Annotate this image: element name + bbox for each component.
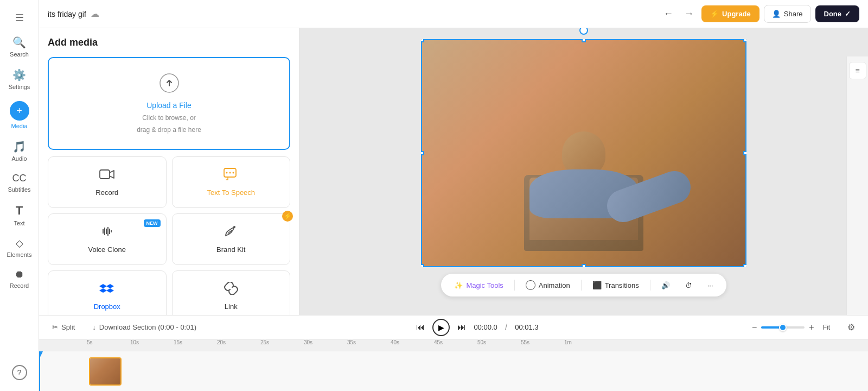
undo-button[interactable]: ← bbox=[660, 5, 676, 23]
sidebar-item-search[interactable]: 🔍 Search bbox=[2, 31, 37, 62]
option-text-to-speech-label: Text To Speech bbox=[207, 188, 255, 197]
animation-button[interactable]: Animation bbox=[519, 277, 577, 293]
upload-icon bbox=[159, 73, 179, 97]
link-icon bbox=[224, 282, 239, 298]
magic-tools-label: Magic Tools bbox=[466, 281, 503, 289]
zoom-fit-button[interactable]: Fit bbox=[819, 324, 834, 331]
done-label: Done bbox=[824, 10, 842, 18]
ruler-mark-10s: 10s bbox=[130, 339, 139, 345]
audio-icon: 🎵 bbox=[12, 140, 26, 153]
playhead[interactable] bbox=[39, 351, 40, 391]
option-dropbox[interactable]: Dropbox bbox=[48, 270, 167, 315]
voice-clone-icon bbox=[99, 225, 114, 241]
sidebar-item-help[interactable]: ? bbox=[2, 361, 37, 384]
timeline-ruler: 5s 10s 15s 20s 25s 30s 35s 40s 45s 50s 5… bbox=[39, 339, 868, 351]
timecode-divider: / bbox=[505, 323, 507, 332]
sidebar: ☰ 🔍 Search ⚙️ Settings + Media 🎵 Audio C… bbox=[0, 0, 39, 391]
sidebar-item-audio-label: Audio bbox=[11, 155, 27, 162]
search-icon: 🔍 bbox=[12, 36, 26, 49]
speed-icon: ⏱ bbox=[685, 281, 692, 289]
sidebar-item-subtitles[interactable]: CC Subtitles bbox=[2, 168, 37, 197]
download-icon: ↓ bbox=[92, 323, 96, 331]
ruler-mark-35s: 35s bbox=[347, 339, 356, 345]
sidebar-item-record[interactable]: ⏺ Record bbox=[2, 264, 37, 293]
zoom-slider[interactable] bbox=[761, 326, 805, 329]
zoom-out-button[interactable]: − bbox=[752, 323, 757, 332]
share-person-icon: 👤 bbox=[772, 10, 781, 18]
lightning-badge: ⚡ bbox=[282, 211, 293, 222]
record-icon: ⏺ bbox=[15, 269, 24, 280]
cloud-save-icon: ☁ bbox=[91, 9, 99, 19]
current-timecode: 00:00.0 bbox=[474, 323, 497, 331]
total-timecode: 00:01.3 bbox=[515, 323, 538, 331]
track-clip-1[interactable]: 🎬 bbox=[89, 357, 122, 386]
timeline-controls: ✂ Split ↓ Download Section (0:00 - 0:01)… bbox=[39, 316, 868, 339]
play-button[interactable]: ▶ bbox=[432, 319, 450, 336]
ruler-mark-15s: 15s bbox=[174, 339, 182, 345]
record-camera-icon bbox=[99, 168, 114, 184]
volume-icon: 🔊 bbox=[661, 281, 670, 289]
toolbar-divider-2 bbox=[581, 280, 582, 291]
skip-forward-button[interactable]: ⏭ bbox=[455, 320, 468, 335]
panel-title: Add media bbox=[48, 37, 290, 48]
redo-button[interactable]: → bbox=[681, 5, 697, 23]
download-section-button[interactable]: ↓ Download Section (0:00 - 0:01) bbox=[88, 321, 201, 333]
timeline-settings-button[interactable]: ⚙ bbox=[843, 320, 859, 335]
volume-button[interactable]: 🔊 bbox=[655, 278, 676, 293]
svg-rect-1 bbox=[100, 170, 110, 179]
download-section-label: Download Section (0:00 - 0:01) bbox=[99, 323, 196, 331]
sidebar-item-subtitles-label: Subtitles bbox=[8, 186, 30, 193]
menu-icon[interactable]: ☰ bbox=[10, 7, 29, 29]
track-clip-thumbnail bbox=[90, 358, 120, 384]
ruler-mark-50s: 50s bbox=[477, 339, 486, 345]
svg-point-5 bbox=[232, 172, 234, 174]
zoom-slider-thumb[interactable] bbox=[779, 324, 787, 331]
ruler-mark-20s: 20s bbox=[217, 339, 226, 345]
animation-label: Animation bbox=[539, 281, 570, 289]
right-panel-button[interactable]: ≡ bbox=[849, 62, 866, 79]
share-button[interactable]: 👤 Share bbox=[764, 5, 811, 23]
sidebar-item-settings-label: Settings bbox=[9, 84, 30, 90]
canvas-area: 🍎 bbox=[299, 28, 868, 315]
canvas-image[interactable]: 🍎 bbox=[421, 39, 746, 267]
option-brand-kit[interactable]: ⚡ Brand Kit bbox=[172, 213, 291, 265]
option-text-to-speech[interactable]: Text To Speech bbox=[172, 156, 291, 208]
sidebar-item-elements[interactable]: ◇ Elements bbox=[2, 233, 37, 262]
upload-file-card[interactable]: Upload a File Click to browse, or drag &… bbox=[48, 57, 290, 150]
sidebar-item-elements-label: Elements bbox=[7, 251, 32, 258]
ruler-mark-40s: 40s bbox=[391, 339, 399, 345]
sidebar-item-settings[interactable]: ⚙️ Settings bbox=[2, 64, 37, 94]
split-button[interactable]: ✂ Split bbox=[48, 321, 79, 333]
sidebar-item-text[interactable]: T Text bbox=[2, 199, 37, 231]
transitions-label: Transitions bbox=[605, 281, 639, 289]
topbar: its friday gif ☁ ← → ⚡ Upgrade 👤 Share D… bbox=[39, 0, 868, 28]
sidebar-item-audio[interactable]: 🎵 Audio bbox=[2, 136, 37, 166]
option-voice-clone-label: Voice Clone bbox=[88, 245, 126, 254]
canvas-wrapper: 🍎 bbox=[421, 39, 746, 267]
ruler-mark-55s: 55s bbox=[521, 339, 529, 345]
toolbar-divider-1 bbox=[514, 280, 515, 291]
option-link-label: Link bbox=[225, 302, 238, 311]
add-media-icon: + bbox=[10, 101, 29, 121]
option-brand-kit-label: Brand Kit bbox=[216, 245, 245, 254]
share-label: Share bbox=[784, 10, 803, 18]
option-voice-clone[interactable]: NEW Voice Clone bbox=[48, 213, 167, 265]
done-button[interactable]: Done ✓ bbox=[815, 5, 860, 22]
upgrade-icon: ⚡ bbox=[710, 10, 719, 18]
speed-button[interactable]: ⏱ bbox=[679, 278, 699, 293]
option-link[interactable]: Link bbox=[172, 270, 291, 315]
option-record[interactable]: Record bbox=[48, 156, 167, 208]
more-options-button[interactable]: ··· bbox=[701, 278, 720, 293]
upload-title: Upload a File bbox=[146, 101, 192, 110]
ruler-mark-5s: 5s bbox=[87, 339, 93, 345]
sidebar-item-media[interactable]: + Media bbox=[2, 97, 37, 134]
magic-tools-button[interactable]: ✨ Magic Tools bbox=[448, 278, 509, 293]
add-media-panel: Add media Upload a File Click to browse,… bbox=[39, 28, 299, 315]
rotate-handle[interactable] bbox=[579, 28, 588, 35]
transitions-button[interactable]: ⬛ Transitions bbox=[586, 278, 646, 293]
upload-subtitle-line1: Click to browse, or bbox=[142, 114, 196, 122]
skip-back-button[interactable]: ⏮ bbox=[414, 320, 427, 335]
upgrade-button[interactable]: ⚡ Upgrade bbox=[701, 5, 760, 22]
zoom-in-button[interactable]: + bbox=[809, 323, 814, 332]
toolbar-divider-3 bbox=[650, 280, 650, 291]
